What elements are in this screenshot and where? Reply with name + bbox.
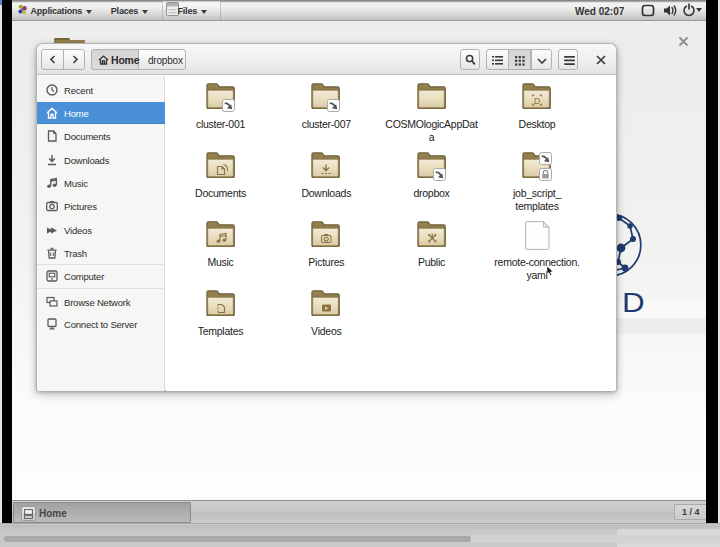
svg-text:D: D — [534, 95, 541, 105]
